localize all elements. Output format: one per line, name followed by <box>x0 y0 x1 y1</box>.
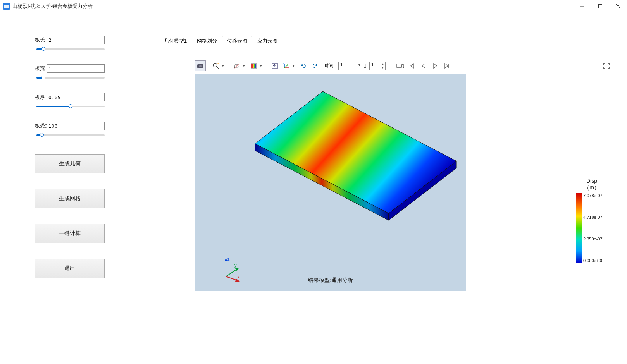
generate-geometry-button[interactable]: 生成几何 <box>35 154 105 173</box>
selection-mode-icon[interactable] <box>231 60 242 71</box>
thickness-slider[interactable] <box>36 103 105 110</box>
svg-marker-35 <box>235 268 239 271</box>
thickness-input[interactable] <box>47 93 105 101</box>
fit-icon[interactable] <box>269 60 280 71</box>
svg-rect-1 <box>4 5 9 5</box>
svg-point-7 <box>199 65 202 67</box>
viewport[interactable]: z y x 结果模型:通用分析 <box>195 74 466 291</box>
selection-dropdown[interactable]: ▾ <box>243 64 248 68</box>
svg-marker-28 <box>255 91 456 213</box>
zoom-dropdown[interactable]: ▾ <box>222 64 227 68</box>
svg-rect-14 <box>251 64 253 68</box>
width-input[interactable] <box>47 64 105 73</box>
svg-point-9 <box>213 63 217 67</box>
svg-rect-3 <box>599 4 602 8</box>
axes-dropdown[interactable]: ▾ <box>293 64 297 68</box>
legend-max: 7.078e-07 <box>583 193 603 198</box>
legend-title: Disp（m） <box>576 178 607 191</box>
rainbow-icon[interactable] <box>248 60 259 71</box>
titlebar: 山杨烈!-沈阳大学-铝合金板受力分析 <box>0 0 627 12</box>
spin-up[interactable]: ▴ <box>381 62 385 66</box>
svg-rect-8 <box>199 64 200 65</box>
minimize-button[interactable] <box>574 0 591 12</box>
force-label: 板受力 <box>35 122 47 129</box>
first-frame-icon[interactable] <box>407 60 417 71</box>
viewer-frame: ▾ ▾ ▾ <box>159 46 615 352</box>
rotate-cw-icon[interactable] <box>310 60 320 71</box>
tab-geometry[interactable]: 几何模型1 <box>159 36 192 46</box>
svg-text:y: y <box>287 64 288 66</box>
svg-text:y: y <box>234 263 237 268</box>
tab-stress[interactable]: 应力云图 <box>252 36 282 46</box>
main-panel: 几何模型1 网格划分 位移云图 应力云图 ▾ ▾ <box>159 12 627 364</box>
compute-button[interactable]: 一键计算 <box>35 224 105 243</box>
svg-text:x: x <box>288 67 289 69</box>
length-input[interactable] <box>47 36 105 44</box>
left-panel: 板长 板宽 板厚 板受力 <box>0 12 159 364</box>
svg-line-21 <box>284 65 287 68</box>
last-frame-icon[interactable] <box>441 60 452 71</box>
close-button[interactable] <box>609 0 627 12</box>
spin-down[interactable]: ▾ <box>381 66 385 70</box>
app-icon <box>3 3 10 10</box>
color-legend: Disp（m） <box>576 178 607 263</box>
svg-rect-15 <box>253 64 254 68</box>
length-slider[interactable] <box>36 46 105 53</box>
camera-icon[interactable] <box>195 60 206 71</box>
svg-rect-17 <box>255 64 256 68</box>
svg-rect-16 <box>254 64 255 68</box>
exit-button[interactable]: 退出 <box>35 259 105 278</box>
axes-icon[interactable]: xzy <box>281 60 292 71</box>
thickness-label: 板厚 <box>35 94 47 101</box>
frame-value: 1 <box>371 62 374 67</box>
legend-min: 0.000e+00 <box>583 258 603 263</box>
record-icon[interactable] <box>395 60 406 71</box>
next-frame-icon[interactable] <box>430 60 441 71</box>
force-slider[interactable] <box>36 132 105 139</box>
svg-text:z: z <box>227 257 230 261</box>
svg-marker-32 <box>224 258 227 261</box>
length-label: 板长 <box>35 36 47 43</box>
result-title: 结果模型:通用分析 <box>195 277 466 284</box>
zoom-icon[interactable] <box>210 60 221 71</box>
rainbow-dropdown[interactable]: ▾ <box>260 64 265 68</box>
force-input[interactable] <box>47 122 105 130</box>
time-label: 时间: <box>321 62 338 69</box>
tab-mesh[interactable]: 网格划分 <box>192 36 222 46</box>
width-slider[interactable] <box>36 74 105 81</box>
width-label: 板宽 <box>35 65 47 72</box>
svg-line-34 <box>226 269 238 276</box>
svg-rect-40 <box>576 193 582 263</box>
legend-mid1: 4.718e-07 <box>583 215 603 220</box>
frame-spinner[interactable]: 1 ▴▾ <box>369 62 386 70</box>
tab-displacement[interactable]: 位移云图 <box>222 36 252 46</box>
viewer-toolbar: ▾ ▾ ▾ <box>195 60 612 72</box>
generate-mesh-button[interactable]: 生成网格 <box>35 189 105 208</box>
rotate-ccw-icon[interactable] <box>298 60 309 71</box>
legend-mid2: 2.359e-07 <box>583 237 603 241</box>
time-combo[interactable]: 1 <box>338 62 362 70</box>
goto-last-icon[interactable]: ⏌ <box>363 64 369 68</box>
fullscreen-icon[interactable] <box>601 60 612 71</box>
window-title: 山杨烈!-沈阳大学-铝合金板受力分析 <box>12 3 574 10</box>
window-controls <box>574 0 627 12</box>
svg-text:z: z <box>283 62 284 65</box>
prev-frame-icon[interactable] <box>418 60 429 71</box>
tabs: 几何模型1 网格划分 位移云图 应力云图 <box>159 36 615 46</box>
svg-line-10 <box>217 67 219 69</box>
svg-rect-25 <box>397 64 401 68</box>
legend-bar <box>576 193 582 263</box>
maximize-button[interactable] <box>591 0 609 12</box>
displacement-plot <box>210 86 458 229</box>
